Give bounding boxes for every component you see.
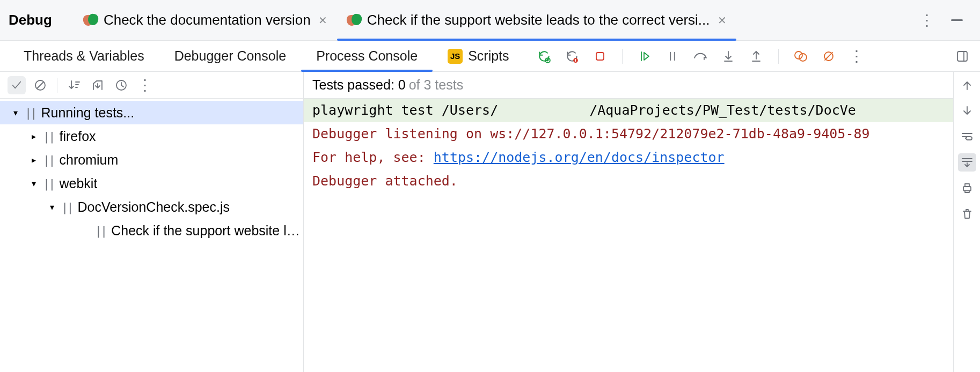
svg-text:!: ! <box>575 57 576 63</box>
running-status-icon: || <box>43 177 54 190</box>
import-tests-icon[interactable] <box>89 76 107 94</box>
scroll-to-end-icon[interactable] <box>958 153 976 172</box>
tree-node-label: webkit <box>60 176 98 191</box>
resume-icon[interactable] <box>635 47 654 65</box>
tests-total-count: of 3 tests <box>409 77 463 93</box>
pause-icon[interactable] <box>663 47 682 65</box>
debug-topbar: Debug Check the documentation version ✕ … <box>0 0 980 41</box>
js-icon: JS <box>448 49 463 64</box>
tab-threads-variables[interactable]: Threads & Variables <box>9 41 159 71</box>
step-out-icon[interactable] <box>747 47 765 65</box>
sub-tab-label: Threads & Variables <box>24 48 144 64</box>
console-pane: Tests passed: 0 of 3 tests playwright te… <box>304 72 980 372</box>
svg-point-5 <box>799 54 807 61</box>
process-console-output[interactable]: playwright test /Users//AquaProjects/PW_… <box>304 99 953 372</box>
svg-rect-3 <box>596 53 604 60</box>
scroll-up-icon[interactable] <box>958 76 976 94</box>
console-line-stderr: Debugger attached. <box>304 169 953 193</box>
show-passed-icon[interactable] <box>8 76 26 94</box>
tab-process-console[interactable]: Process Console <box>301 41 433 71</box>
tree-node-test-case[interactable]: || Check if the support website leads <box>0 219 303 242</box>
tree-node-label: DocVersionCheck.spec.js <box>78 199 230 215</box>
rerun-icon[interactable] <box>535 47 553 65</box>
layout-settings-icon[interactable] <box>953 47 971 65</box>
run-tab-support-website[interactable]: Check if the support website leads to th… <box>337 0 736 40</box>
tree-node-chromium[interactable]: ▸ || chromium <box>0 148 303 172</box>
chevron-down-icon: ▾ <box>28 178 40 189</box>
console-line-stderr: Debugger listening on ws://127.0.0.1:547… <box>304 122 953 146</box>
chevron-down-icon: ▾ <box>10 108 21 118</box>
console-text: For help, see: <box>312 150 434 165</box>
playwright-icon <box>347 14 362 27</box>
show-ignored-icon[interactable] <box>31 76 49 94</box>
tree-node-label: firefox <box>60 129 96 144</box>
tree-node-webkit[interactable]: ▾ || webkit <box>0 172 303 195</box>
running-status-icon: || <box>43 130 54 143</box>
debug-sub-tabs: Threads & Variables Debugger Console Pro… <box>9 41 524 71</box>
debug-more-icon[interactable] <box>847 47 866 65</box>
running-status-icon: || <box>61 200 72 214</box>
console-text: /AquaProjects/PW_Test/tests/DocVe <box>589 102 856 118</box>
run-tab-doc-version[interactable]: Check the documentation version ✕ <box>74 0 337 40</box>
inspector-docs-link[interactable]: https://nodejs.org/en/docs/inspector <box>434 150 725 165</box>
test-tree-pane: ▾ || Running tests... ▸ || firefox ▸ || … <box>0 72 304 372</box>
sub-tab-label: Scripts <box>468 48 509 64</box>
sub-tab-label: Debugger Console <box>174 48 286 64</box>
playwright-icon <box>83 14 98 27</box>
tab-debugger-console[interactable]: Debugger Console <box>159 41 301 71</box>
minimize-tool-window-icon[interactable] <box>948 11 966 29</box>
debug-run-tabs: Check the documentation version ✕ Check … <box>74 0 918 40</box>
run-tab-label: Check if the support website leads to th… <box>367 12 710 28</box>
chevron-right-icon: ▸ <box>28 131 40 142</box>
console-line-command: playwright test /Users//AquaProjects/PW_… <box>304 99 953 122</box>
test-tree: ▾ || Running tests... ▸ || firefox ▸ || … <box>0 99 303 242</box>
debug-main-area: ▾ || Running tests... ▸ || firefox ▸ || … <box>0 72 980 372</box>
secondbar-right <box>953 47 971 65</box>
chevron-down-icon: ▾ <box>46 202 58 212</box>
step-into-icon[interactable] <box>719 47 737 65</box>
debug-secondary-bar: Threads & Variables Debugger Console Pro… <box>0 41 980 72</box>
test-tree-more-icon[interactable] <box>136 76 154 94</box>
tests-passed-count: Tests passed: 0 <box>312 77 406 93</box>
tree-node-label: Running tests... <box>41 105 135 121</box>
chevron-right-icon: ▸ <box>28 155 40 165</box>
running-status-icon: || <box>43 153 54 167</box>
svg-rect-10 <box>963 187 971 191</box>
console-line-stderr: For help, see: https://nodejs.org/en/doc… <box>304 146 953 169</box>
print-icon[interactable] <box>958 179 976 197</box>
close-tab-icon[interactable]: ✕ <box>318 14 327 27</box>
scroll-down-icon[interactable] <box>958 102 976 120</box>
separator <box>778 49 779 64</box>
separator <box>57 78 57 93</box>
rerun-failed-icon[interactable]: ! <box>563 47 581 65</box>
topbar-right-controls <box>918 11 971 29</box>
debug-action-toolbar: ! <box>535 47 866 65</box>
step-over-icon[interactable] <box>691 47 710 65</box>
console-gutter <box>953 72 980 372</box>
svg-rect-7 <box>957 51 967 61</box>
sub-tab-label: Process Console <box>316 48 418 64</box>
running-status-icon: || <box>25 106 36 120</box>
tree-node-spec-file[interactable]: ▾ || DocVersionCheck.spec.js <box>0 195 303 219</box>
separator <box>622 49 623 64</box>
run-tab-label: Check the documentation version <box>104 12 311 28</box>
tree-node-running[interactable]: ▾ || Running tests... <box>0 101 303 124</box>
tree-node-label: chromium <box>60 152 119 168</box>
soft-wrap-icon[interactable] <box>958 128 976 146</box>
tree-node-firefox[interactable]: ▸ || firefox <box>0 124 303 148</box>
clear-all-icon[interactable] <box>958 205 976 223</box>
tab-scripts[interactable]: JS Scripts <box>433 41 524 71</box>
mute-breakpoints-icon[interactable] <box>820 47 838 65</box>
stop-icon[interactable] <box>591 47 609 65</box>
tree-node-label: Check if the support website leads <box>111 223 303 239</box>
sort-icon[interactable] <box>65 76 83 94</box>
running-status-icon: || <box>95 224 106 237</box>
svg-point-4 <box>795 51 802 59</box>
close-tab-icon[interactable]: ✕ <box>718 14 727 27</box>
more-options-icon[interactable] <box>918 11 936 29</box>
tool-window-title: Debug <box>9 12 52 28</box>
test-tree-toolbar <box>0 72 303 99</box>
view-breakpoints-icon[interactable] <box>792 47 810 65</box>
test-history-icon[interactable] <box>112 76 130 94</box>
tests-status-bar: Tests passed: 0 of 3 tests <box>304 72 953 99</box>
